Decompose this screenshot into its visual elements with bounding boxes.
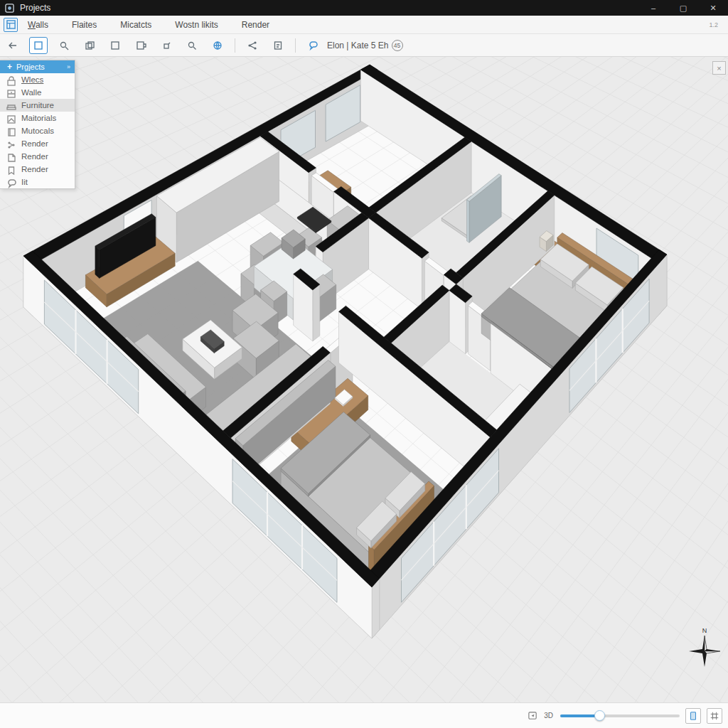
toolbar-separator	[295, 38, 296, 53]
projects-panel-title: Prgjects	[16, 63, 45, 71]
floorplan-canvas[interactable]: + Prgjects » WlecsWalleFurnitureMaitoria…	[0, 57, 728, 702]
collaborators-label: Elon | Kate 5 Eh	[327, 41, 389, 50]
sidebar-item-mutocals[interactable]: Mutocals	[0, 124, 75, 137]
collaborator-count-badge: 45	[392, 40, 403, 51]
menu-item-micatcts[interactable]: Micatcts	[120, 20, 151, 30]
close-button[interactable]: ✕	[698, 0, 728, 16]
nodes-icon	[6, 139, 15, 149]
compass-rose-icon	[689, 634, 720, 668]
globe-icon[interactable]	[208, 37, 227, 54]
minimize-button[interactable]: –	[638, 0, 668, 16]
picture-icon	[6, 114, 15, 123]
sidebar-item-iit[interactable]: Iit	[0, 176, 75, 188]
zoom-slider[interactable]	[560, 714, 680, 717]
projects-panel-header[interactable]: + Prgjects »	[0, 60, 75, 73]
toolbar: Elon | Kate 5 Eh 45	[0, 34, 728, 57]
close-icon: ×	[717, 64, 721, 73]
projects-panel: + Prgjects » WlecsWalleFurnitureMaitoria…	[0, 60, 75, 189]
small-square-icon[interactable]	[157, 37, 176, 54]
file-icon	[6, 152, 15, 161]
toolbar-separator	[235, 38, 235, 53]
share-icon[interactable]	[243, 37, 262, 54]
chat-icon[interactable]	[304, 37, 322, 54]
chat-icon	[6, 178, 15, 187]
sidebar-item-walle[interactable]: Walle	[0, 86, 75, 99]
app-menu-button[interactable]	[4, 18, 18, 32]
menu-item-walls[interactable]: Walls	[28, 20, 48, 30]
bottom-bar: 3D	[0, 702, 728, 728]
export-flag-icon[interactable]	[132, 37, 150, 54]
menu-item-wostn-likits[interactable]: Wostn likits	[175, 20, 218, 30]
sidebar-item-render[interactable]: Render	[0, 150, 75, 163]
window-title: Projects	[20, 3, 50, 13]
add-icon[interactable]: +	[7, 62, 12, 72]
menu-item-flaites[interactable]: Flaites	[72, 20, 97, 30]
menu-bar: WallsFlaitesMicatctsWostn likitsRender 1…	[0, 16, 728, 34]
sidebar-item-maitorials[interactable]: Maitorials	[0, 112, 75, 124]
notes-icon[interactable]	[269, 37, 287, 54]
sidebar-item-wlecs[interactable]: Wlecs	[0, 73, 75, 86]
rectangle-icon[interactable]	[106, 37, 124, 54]
screen-view-button[interactable]	[685, 708, 701, 724]
copy-layers-icon[interactable]	[80, 37, 99, 54]
maximize-button[interactable]: ▢	[668, 0, 698, 16]
floorplan-3d-view[interactable]	[0, 57, 728, 702]
bookmark-icon	[6, 165, 15, 174]
rect-view-icon[interactable]	[29, 37, 48, 54]
close-canvas-button[interactable]: ×	[712, 61, 726, 75]
sofa-icon	[6, 101, 15, 110]
view-mode-label[interactable]: 3D	[544, 712, 553, 719]
sidebar-item-render[interactable]: Render	[0, 137, 75, 150]
sidebar-item-render[interactable]: Render	[0, 163, 75, 176]
compass: N	[688, 627, 721, 673]
window-controls: –▢✕	[638, 0, 728, 16]
grid-settings-button[interactable]	[707, 708, 722, 724]
back-icon[interactable]	[4, 37, 22, 54]
menu-right-label: 1.2	[709, 21, 718, 28]
cabinet-icon	[6, 88, 15, 97]
sidebar-item-furniture[interactable]: Furniture	[0, 99, 75, 112]
menu-item-render[interactable]: Render	[242, 20, 269, 30]
app-logo-icon	[5, 4, 14, 13]
lock-icon	[6, 75, 15, 85]
collapse-panel-icon[interactable]: »	[67, 63, 70, 70]
book-icon	[6, 127, 15, 136]
zoom-slider-handle[interactable]	[594, 710, 605, 721]
title-bar: Projects –▢✕	[0, 0, 728, 16]
capture-icon[interactable]	[525, 709, 540, 723]
measure-pen-icon[interactable]	[55, 37, 73, 54]
search-icon[interactable]	[183, 37, 201, 54]
compass-north-label: N	[688, 627, 721, 634]
